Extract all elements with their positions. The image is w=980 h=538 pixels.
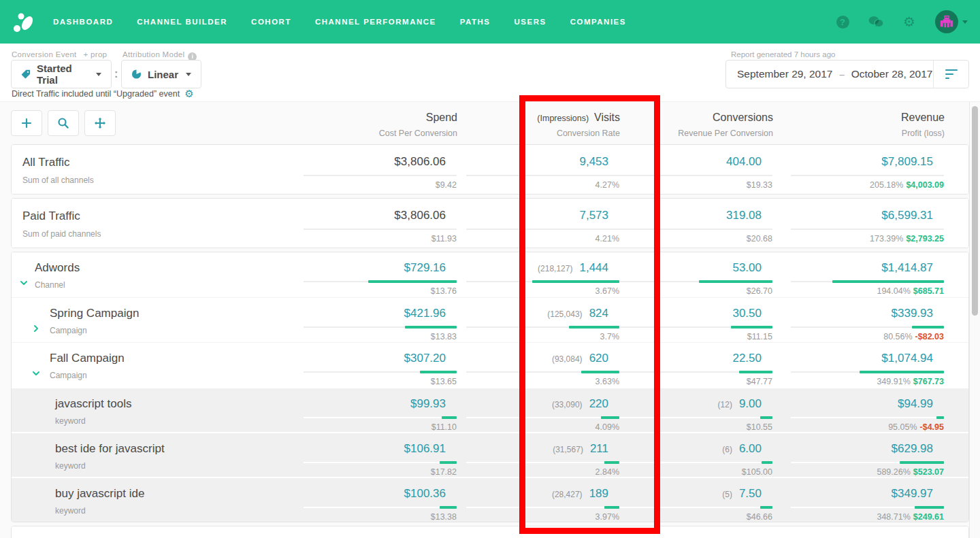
row-type-label: keyword [55, 506, 86, 516]
nav-item-dashboard[interactable]: DASHBOARD [53, 18, 113, 26]
bar-fill [900, 461, 944, 464]
revenue-value[interactable]: $339.93 [892, 307, 933, 320]
spend-value[interactable]: $421.96 [404, 307, 446, 320]
impressions-count: (31,567) [553, 445, 583, 454]
note-settings-gear-icon[interactable]: ⚙ [184, 88, 193, 99]
row-type-label: Sum of paid channels [22, 229, 101, 239]
impressions-count: (125,043) [547, 309, 582, 319]
date-start: September 29, 2017 [737, 68, 832, 80]
cell-spend: $106.91 $17.82 [304, 441, 457, 477]
conversions-value[interactable]: 22.50 [732, 352, 762, 365]
nav-item-companies[interactable]: COMPANIES [570, 18, 626, 26]
gear-icon[interactable]: ⚙ [902, 14, 917, 29]
scrollbar-thumb[interactable] [972, 106, 978, 316]
visits-value[interactable]: 220 [589, 397, 608, 410]
chevron-right-icon[interactable] [32, 323, 40, 331]
revenue-value[interactable]: $6,599.31 [881, 209, 933, 222]
bar-track [304, 507, 457, 508]
help-icon[interactable]: ? [835, 14, 850, 29]
cell-spend: $421.96 $13.83 [304, 306, 457, 341]
nav-item-channel-builder[interactable]: CHANNEL BUILDER [137, 18, 227, 26]
spend-value[interactable]: $106.91 [404, 442, 446, 455]
bar-track [619, 371, 772, 373]
column-prefix: (Impressions) [537, 114, 589, 123]
filter-icon[interactable] [933, 61, 968, 88]
profit-value: $767.73 [913, 377, 944, 386]
visits-value[interactable]: 189 [589, 487, 608, 500]
visits-value[interactable]: 1,444 [579, 261, 608, 274]
revenue-value[interactable]: $1,074.94 [881, 352, 933, 365]
column-header-conversions: ConversionsRevenue Per Conversion [620, 112, 773, 138]
revenue-value[interactable]: $1,414.87 [881, 261, 933, 274]
revenue-value[interactable]: $349.97 [892, 487, 933, 500]
cell-sub: 4.27% [466, 180, 619, 190]
bar-fill [739, 371, 773, 373]
visits-value[interactable]: 9,453 [579, 155, 608, 168]
spend-value: $3,806.06 [394, 209, 446, 222]
nav-item-paths[interactable]: PATHS [460, 18, 491, 26]
conversions-value[interactable]: 30.50 [732, 307, 762, 320]
spend-value[interactable]: $99.93 [410, 397, 446, 410]
scrollbar-track[interactable] [969, 102, 980, 538]
bar-track [791, 229, 944, 230]
row-title: best ide for javascript [55, 442, 165, 456]
revenue-value[interactable]: $629.98 [892, 442, 933, 455]
cell-sub: 3.7% [466, 332, 619, 341]
table-row: All Traffic Sum of all channels $3,806.0… [12, 145, 968, 194]
bar-track [619, 507, 772, 508]
cell-sub: $10.55 [619, 422, 772, 432]
cell-visits: 7,573 4.21% [466, 208, 619, 243]
bar-track [791, 326, 944, 328]
app-logo-icon[interactable] [12, 10, 35, 33]
chat-icon[interactable] [868, 14, 883, 29]
conversions-value[interactable]: 53.00 [732, 261, 762, 274]
conversions-value[interactable]: 6.00 [739, 442, 762, 455]
date-range-picker[interactable]: September 29, 2017 – October 28, 2017 [725, 60, 969, 88]
conversions-value[interactable]: 404.00 [726, 155, 762, 168]
user-menu[interactable] [935, 10, 968, 33]
conversions-value[interactable]: 319.08 [726, 209, 762, 222]
nav-item-channel-performance[interactable]: CHANNEL PERFORMANCE [315, 18, 436, 26]
nav-item-cohort[interactable]: COHORT [251, 18, 291, 26]
bar-fill [604, 506, 620, 509]
column-subtitle: Revenue Per Conversion [620, 129, 773, 138]
revenue-value[interactable]: $94.99 [898, 397, 933, 410]
cell-sub: 3.67% [466, 286, 619, 296]
attribution-model-dropdown[interactable]: Linear [121, 60, 201, 88]
conversion-event-dropdown[interactable]: Started Trial [11, 60, 112, 88]
visits-value[interactable]: 211 [590, 442, 608, 455]
assists-count: (6) [722, 445, 732, 454]
report-generated-label: Report generated 7 hours ago [731, 50, 835, 58]
bar-fill [912, 326, 944, 329]
cell-sub: $20.68 [619, 234, 772, 243]
cell-revenue: $7,809.15 205.18%$4,003.09 [791, 154, 944, 190]
spend-value[interactable]: $307.20 [404, 352, 446, 365]
attribution-model-value: Linear [148, 69, 178, 80]
cell-spend: $99.93 $11.10 [304, 397, 457, 432]
spend-value[interactable]: $729.16 [404, 261, 446, 274]
bar-track [466, 175, 619, 176]
conversions-value[interactable]: 7.50 [739, 487, 762, 500]
assists-count: (12) [718, 400, 732, 409]
add-prop-button[interactable]: + prop [84, 50, 108, 58]
revenue-value[interactable]: $7,809.15 [881, 155, 933, 168]
row-type-label: keyword [55, 416, 86, 426]
visits-value[interactable]: 824 [589, 307, 608, 320]
impressions-count: (28,427) [552, 490, 583, 499]
table-card: All Traffic Sum of all channels $3,806.0… [11, 144, 969, 195]
cell-sub: $13.76 [304, 286, 457, 296]
spend-value[interactable]: $100.36 [404, 487, 446, 500]
chevron-down-icon[interactable] [32, 368, 40, 376]
bar-fill [440, 506, 457, 509]
bar-fill [760, 506, 772, 509]
bar-track [466, 417, 619, 418]
cell-visits: (31,567)211 2.84% [466, 441, 619, 477]
tag-icon [21, 69, 31, 80]
nav-item-users[interactable]: USERS [514, 18, 546, 26]
conversions-value[interactable]: 9.00 [739, 397, 762, 410]
cell-sub: 2.84% [466, 467, 619, 477]
cell-visits: 9,453 4.27% [466, 154, 619, 190]
chevron-down-icon[interactable] [20, 278, 28, 286]
visits-value[interactable]: 7,573 [579, 209, 608, 222]
visits-value[interactable]: 620 [589, 352, 608, 365]
